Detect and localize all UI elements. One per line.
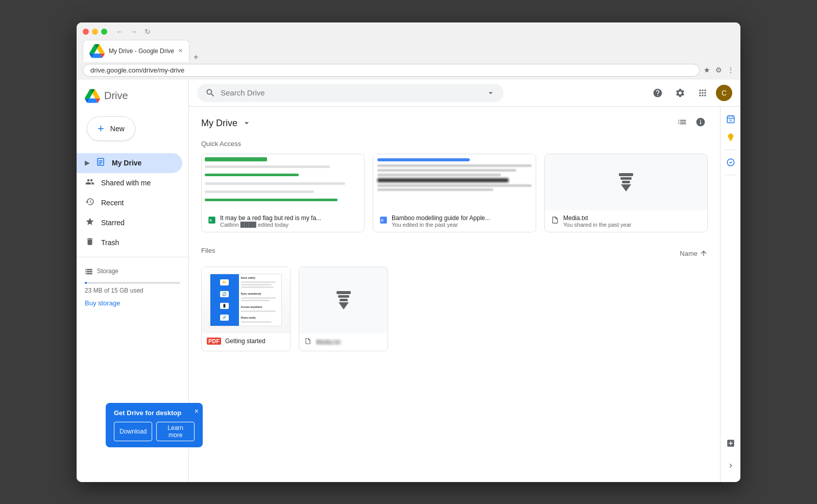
pdf-inner: 📁 🔄 📱 🔗 Store safely [210,274,282,326]
storage-label: Storage [97,268,118,275]
buy-storage-button[interactable]: Buy storage [85,299,120,307]
storage-used-text: 23 MB of 15 GB used [85,287,180,294]
quick-access-card-2[interactable]: D Bamboo modelling guide for Apple... Yo… [373,154,536,232]
quick-access-grid: S It may be a red flag but red is my fa.… [201,154,708,232]
sidebar-item-starred[interactable]: Starred [77,213,182,233]
recent-icon [85,197,95,209]
settings-button[interactable] [671,84,689,102]
tab-close-button[interactable]: ✕ [178,47,183,54]
maximize-window-button[interactable] [101,29,107,35]
app-body: Drive + New ▶ My Drive [77,80,740,482]
drive-header: Drive [77,80,188,112]
search-header: C [189,80,740,107]
search-input[interactable] [221,88,481,97]
browser-addressbar: ★ ⚙ ⋮ [77,62,740,80]
card-2-meta: You edited in the past year [392,222,530,228]
active-tab[interactable]: My Drive - Google Drive ✕ [83,40,189,62]
info-icon [695,117,706,127]
sidebar-item-label-starred: Starred [101,219,125,227]
list-view-button[interactable] [675,115,689,132]
sidebar-item-shared-with-me[interactable]: Shared with me [77,173,182,193]
menu-icon[interactable]: ⋮ [727,66,734,74]
drive-logo[interactable]: Drive [85,88,187,104]
apps-icon [698,88,708,98]
pdf-store-icon: 📁 [220,279,229,285]
main-content-wrapper: C My Drive [189,80,740,482]
apps-button[interactable] [693,84,712,102]
avatar[interactable]: C [716,85,732,101]
page-title-dropdown-icon[interactable] [242,118,252,128]
quick-access-card-3[interactable]: Media.txt You shared in the past year [544,154,708,232]
drive-logo-text: Drive [104,90,128,102]
help-button[interactable] [648,84,667,102]
quick-access-title: Quick Access [201,140,708,148]
sidebar-divider [77,257,188,257]
banner-close-button[interactable]: × [195,407,199,415]
info-button[interactable] [693,115,708,132]
content-area: My Drive [189,107,720,482]
sidebar-item-label-shared: Shared with me [101,179,151,187]
add-icon [726,439,735,448]
files-section-header: Files Name [201,247,708,260]
card-1-info: It may be a red flag but red is my fa...… [220,214,358,228]
page-title-row: My Drive [201,118,252,129]
minimize-window-button[interactable] [92,29,98,35]
starred-icon [85,217,95,229]
reload-button[interactable]: ↻ [142,27,153,37]
file-card-media[interactable]: Media.txt [299,267,388,351]
right-sidebar-expand-button[interactable] [723,458,739,474]
sidebar-nav: ▶ My Drive Shared with me Rec [77,153,188,253]
plus-icon: + [98,122,104,135]
tasks-icon [726,158,735,167]
svg-text:31: 31 [729,119,732,122]
learn-more-button[interactable]: Learn more [156,422,195,441]
search-dropdown-icon[interactable] [486,88,495,98]
calendar-icon: 31 [726,114,735,124]
new-tab-button[interactable]: + [189,53,202,62]
pdf-right: Store safely Sync seamlessly [239,274,282,326]
sidebar-item-my-drive[interactable]: ▶ My Drive [77,153,182,173]
left-sidebar: Drive + New ▶ My Drive [77,80,189,482]
card-3-footer: Media.txt You shared in the past year [545,210,707,232]
new-button-container: + New [77,112,188,153]
tasks-sidebar-button[interactable] [723,154,739,171]
settings-icon [675,88,685,98]
card-3-meta: You shared in the past year [563,222,701,228]
right-sidebar-divider [725,150,737,150]
file-2-name: Media.txt [316,339,382,346]
tab-favicon [89,43,105,59]
add-sidebar-button[interactable] [723,435,739,451]
page-header: My Drive [201,115,708,132]
browser-nav-buttons: ← → ↻ [113,27,153,37]
file-card-getting-started[interactable]: 📁 🔄 📱 🔗 Store safely [201,267,291,351]
card-3-info: Media.txt You shared in the past year [563,214,701,228]
sheets-file-icon: S [208,216,216,226]
sidebar-item-trash[interactable]: Trash [77,233,182,253]
bookmark-icon[interactable]: ★ [704,66,710,74]
extension-icon[interactable]: ⚙ [715,66,722,74]
back-button[interactable]: ← [113,27,126,37]
storage-header: Storage [85,268,180,278]
sidebar-item-recent[interactable]: Recent [77,193,182,213]
drive-file-icon [551,216,559,226]
card-3-preview [545,154,707,210]
forward-button[interactable]: → [128,27,140,37]
new-button[interactable]: + New [87,116,135,141]
card-2-footer: D Bamboo modelling guide for Apple... Yo… [373,210,536,232]
sort-arrow-icon [700,249,708,257]
search-bar [197,84,503,102]
card-1-preview [202,154,364,210]
my-drive-icon [95,157,106,169]
banner-title: Get Drive for desktop [114,409,195,417]
sidebar-item-label-my-drive: My Drive [112,159,141,167]
docs-file-icon: D [379,216,388,226]
pdf-left: 📁 🔄 📱 🔗 [210,274,239,326]
sort-button[interactable]: Name [680,249,708,257]
desktop-banner: × Get Drive for desktop Download Learn m… [106,403,203,447]
address-bar[interactable] [83,64,700,77]
keep-sidebar-button[interactable] [723,129,739,146]
quick-access-card-1[interactable]: S It may be a red flag but red is my fa.… [201,154,365,232]
download-button[interactable]: Download [114,422,152,441]
close-window-button[interactable] [83,29,89,35]
calendar-sidebar-button[interactable]: 31 [723,111,739,127]
